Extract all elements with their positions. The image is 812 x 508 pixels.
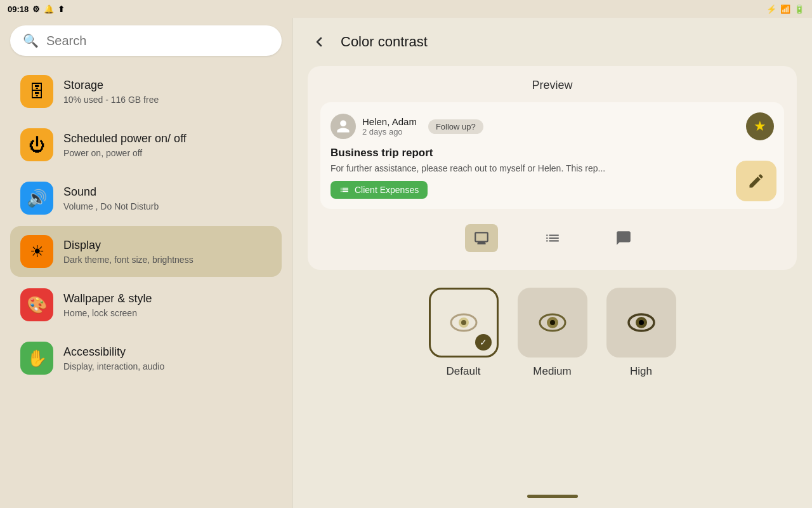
preview-tabs xyxy=(320,219,784,257)
wallpaper-icon: 🎨 xyxy=(20,288,53,321)
display-icon: ☀ xyxy=(20,235,53,268)
sound-icon: 🔊 xyxy=(20,182,53,215)
contrast-option-medium[interactable]: Medium xyxy=(518,288,587,378)
back-button[interactable] xyxy=(308,30,331,53)
page-title: Color contrast xyxy=(341,34,428,50)
bottom-indicator xyxy=(527,495,578,498)
storage-title: Storage xyxy=(63,78,159,93)
wallpaper-subtitle: Home, lock screen xyxy=(63,308,152,318)
sound-title: Sound xyxy=(63,185,159,199)
battery-icon: 🔋 xyxy=(794,4,804,14)
email-sender: Helen, Adam xyxy=(362,116,417,127)
search-bar[interactable]: 🔍 xyxy=(10,25,282,56)
accessibility-subtitle: Display, interaction, audio xyxy=(63,361,164,371)
accessibility-icon: ✋ xyxy=(20,342,53,375)
search-icon: 🔍 xyxy=(23,33,39,48)
right-panel: Color contrast Preview Helen, Adam 2 day… xyxy=(292,18,812,508)
main-layout: 🔍 🗄 Storage 10% used - 116 GB free ⏻ Sch… xyxy=(0,18,812,508)
wifi-icon: 📶 xyxy=(780,4,790,14)
preview-container: Preview Helen, Adam 2 days ago Follow up… xyxy=(308,66,797,270)
contrast-default-label: Default xyxy=(447,365,481,378)
selected-checkmark: ✓ xyxy=(475,334,492,351)
accessibility-title: Accessibility xyxy=(63,345,164,359)
status-bar-left: 09:18 ⚙ 🔔 ⬆ xyxy=(8,4,65,14)
display-title: Display xyxy=(63,238,193,253)
status-bar: 09:18 ⚙ 🔔 ⬆ ⚡ 📶 🔋 xyxy=(0,0,812,18)
sidebar-item-scheduled-power[interactable]: ⏻ Scheduled power on/ off Power on, powe… xyxy=(10,119,282,170)
display-subtitle: Dark theme, font size, brightness xyxy=(63,255,193,265)
right-header: Color contrast xyxy=(292,18,812,66)
contrast-high-label: High xyxy=(630,365,652,378)
contrast-option-default[interactable]: ✓ Default xyxy=(429,288,499,378)
tab-list[interactable] xyxy=(536,224,569,252)
contrast-medium-label: Medium xyxy=(533,365,571,378)
star-button[interactable]: ★ xyxy=(746,112,774,140)
sidebar-item-wallpaper[interactable]: 🎨 Wallpaper & style Home, lock screen xyxy=(10,279,282,330)
svg-point-8 xyxy=(639,320,644,325)
bottom-bar xyxy=(292,485,812,508)
scheduled-power-title: Scheduled power on/ off xyxy=(63,131,187,146)
contrast-medium-icon xyxy=(518,288,587,358)
left-panel: 🔍 🗄 Storage 10% used - 116 GB free ⏻ Sch… xyxy=(0,18,292,508)
email-time: 2 days ago xyxy=(362,127,417,137)
status-time: 09:18 xyxy=(8,4,29,14)
contrast-default-icon: ✓ xyxy=(429,288,499,358)
search-input[interactable] xyxy=(46,34,269,48)
gear-icon: ⚙ xyxy=(32,4,40,14)
bell-icon: 🔔 xyxy=(44,4,54,14)
sidebar-item-storage[interactable]: 🗄 Storage 10% used - 116 GB free xyxy=(10,66,282,117)
edit-button[interactable] xyxy=(736,161,776,201)
avatar xyxy=(331,114,356,139)
contrast-options: ✓ Default Medium xyxy=(292,288,812,378)
contrast-option-high[interactable]: High xyxy=(606,288,676,378)
follow-up-badge: Follow up? xyxy=(428,119,483,134)
tab-chat[interactable] xyxy=(607,224,640,252)
preview-label: Preview xyxy=(320,79,784,92)
wallpaper-title: Wallpaper & style xyxy=(63,291,152,306)
sidebar-item-accessibility[interactable]: ✋ Accessibility Display, interaction, au… xyxy=(10,333,282,384)
contrast-high-icon xyxy=(606,288,676,358)
storage-subtitle: 10% used - 116 GB free xyxy=(63,95,159,105)
status-bar-right: ⚡ 📶 🔋 xyxy=(766,4,804,14)
email-subject: Business trip report xyxy=(331,147,774,159)
scheduled-power-subtitle: Power on, power off xyxy=(63,148,187,158)
sound-subtitle: Volume , Do Not Disturb xyxy=(63,201,159,211)
sidebar-item-display[interactable]: ☀ Display Dark theme, font size, brightn… xyxy=(10,226,282,277)
email-header: Helen, Adam 2 days ago Follow up? ★ xyxy=(331,112,774,140)
svg-point-5 xyxy=(550,320,555,325)
sidebar-item-sound[interactable]: 🔊 Sound Volume , Do Not Disturb xyxy=(10,173,282,224)
svg-point-2 xyxy=(461,320,466,325)
upload-icon: ⬆ xyxy=(58,4,65,14)
storage-icon: 🗄 xyxy=(20,75,53,108)
tab-monitor[interactable] xyxy=(465,224,498,252)
email-body: For further assistance, please reach out… xyxy=(331,163,774,173)
email-card: Helen, Adam 2 days ago Follow up? ★ Busi… xyxy=(320,102,784,209)
bluetooth-icon: ⚡ xyxy=(766,4,776,14)
scheduled-power-icon: ⏻ xyxy=(20,128,53,161)
client-expenses-tag: Client Expenses xyxy=(331,181,428,199)
